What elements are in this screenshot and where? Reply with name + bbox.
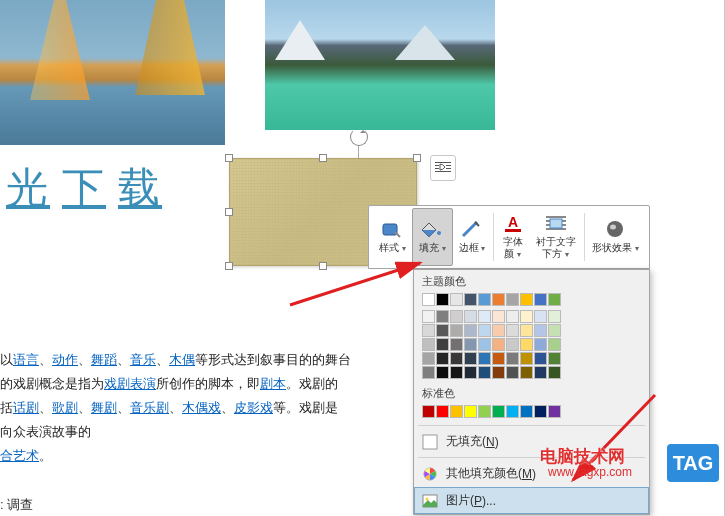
link[interactable]: 皮影戏 (234, 400, 273, 415)
color-swatch[interactable] (534, 338, 547, 351)
resize-handle[interactable] (225, 208, 233, 216)
color-swatch[interactable] (436, 310, 449, 323)
color-swatch[interactable] (492, 338, 505, 351)
standard-color-row (422, 405, 641, 418)
color-swatch[interactable] (520, 366, 533, 379)
color-swatch[interactable] (464, 338, 477, 351)
color-swatch[interactable] (520, 352, 533, 365)
color-swatch[interactable] (450, 352, 463, 365)
resize-handle[interactable] (225, 262, 233, 270)
color-swatch[interactable] (450, 366, 463, 379)
link[interactable]: 合艺术 (0, 448, 39, 463)
resize-handle[interactable] (319, 262, 327, 270)
color-swatch[interactable] (506, 293, 519, 306)
color-swatch[interactable] (436, 366, 449, 379)
color-swatch[interactable] (436, 293, 449, 306)
color-swatch[interactable] (478, 338, 491, 351)
color-swatch[interactable] (506, 338, 519, 351)
layout-options-button[interactable] (430, 155, 456, 181)
color-swatch[interactable] (492, 324, 505, 337)
color-swatch[interactable] (548, 338, 561, 351)
color-swatch[interactable] (478, 310, 491, 323)
color-swatch[interactable] (520, 310, 533, 323)
color-swatch[interactable] (520, 324, 533, 337)
link[interactable]: 话剧 (13, 400, 39, 415)
link[interactable]: 语言 (13, 352, 39, 367)
color-swatch[interactable] (506, 352, 519, 365)
color-swatch[interactable] (436, 338, 449, 351)
rotation-handle-icon[interactable] (350, 128, 368, 146)
resize-handle[interactable] (225, 154, 233, 162)
color-swatch[interactable] (492, 293, 505, 306)
color-swatch[interactable] (506, 310, 519, 323)
color-swatch[interactable] (436, 324, 449, 337)
color-swatch[interactable] (548, 310, 561, 323)
resize-handle[interactable] (413, 154, 421, 162)
color-swatch[interactable] (436, 352, 449, 365)
color-swatch[interactable] (492, 405, 505, 418)
font-color-button[interactable]: A 字体颜 ▾ (496, 208, 530, 266)
color-swatch[interactable] (464, 324, 477, 337)
border-button[interactable]: 边框 ▾ (453, 208, 492, 266)
color-swatch[interactable] (492, 352, 505, 365)
color-swatch[interactable] (450, 405, 463, 418)
shape-effect-button[interactable]: 形状效果 ▾ (586, 208, 645, 266)
color-swatch[interactable] (422, 293, 435, 306)
color-swatch[interactable] (422, 366, 435, 379)
color-swatch[interactable] (520, 338, 533, 351)
color-swatch[interactable] (520, 293, 533, 306)
color-swatch[interactable] (478, 405, 491, 418)
link[interactable]: 舞蹈 (91, 352, 117, 367)
fill-button[interactable]: 填充 ▾ (412, 208, 453, 266)
color-swatch[interactable] (464, 405, 477, 418)
color-swatch[interactable] (520, 405, 533, 418)
link[interactable]: 剧本 (260, 376, 286, 391)
color-swatch[interactable] (464, 352, 477, 365)
resize-handle[interactable] (319, 154, 327, 162)
color-swatch[interactable] (450, 310, 463, 323)
color-swatch[interactable] (506, 324, 519, 337)
link[interactable]: 音乐 (130, 352, 156, 367)
color-swatch[interactable] (492, 366, 505, 379)
color-swatch[interactable] (534, 366, 547, 379)
color-swatch[interactable] (464, 293, 477, 306)
color-swatch[interactable] (548, 366, 561, 379)
color-swatch[interactable] (548, 324, 561, 337)
link[interactable]: 动作 (52, 352, 78, 367)
color-swatch[interactable] (422, 310, 435, 323)
color-swatch[interactable] (492, 310, 505, 323)
text-wrap-button[interactable]: 衬于文字下方 ▾ (530, 208, 582, 266)
color-swatch[interactable] (534, 310, 547, 323)
link[interactable]: 音乐剧 (130, 400, 169, 415)
color-swatch[interactable] (534, 352, 547, 365)
link[interactable]: 木偶戏 (182, 400, 221, 415)
color-swatch[interactable] (450, 324, 463, 337)
color-swatch[interactable] (422, 352, 435, 365)
color-swatch[interactable] (478, 293, 491, 306)
color-swatch[interactable] (506, 405, 519, 418)
color-swatch[interactable] (478, 324, 491, 337)
link[interactable]: 木偶 (169, 352, 195, 367)
picture-fill-item[interactable]: 图片(P)... (414, 487, 649, 514)
link[interactable]: 歌剧 (52, 400, 78, 415)
color-swatch[interactable] (534, 324, 547, 337)
color-swatch[interactable] (548, 352, 561, 365)
color-swatch[interactable] (422, 338, 435, 351)
link[interactable]: 戏剧表演 (104, 376, 156, 391)
color-swatch[interactable] (450, 338, 463, 351)
color-swatch[interactable] (534, 293, 547, 306)
color-swatch[interactable] (478, 352, 491, 365)
style-button[interactable]: 样式 ▾ (373, 208, 412, 266)
color-swatch[interactable] (478, 366, 491, 379)
color-swatch[interactable] (450, 293, 463, 306)
link[interactable]: 舞剧 (91, 400, 117, 415)
color-swatch[interactable] (548, 405, 561, 418)
color-swatch[interactable] (464, 366, 477, 379)
color-swatch[interactable] (422, 405, 435, 418)
color-swatch[interactable] (436, 405, 449, 418)
color-swatch[interactable] (534, 405, 547, 418)
color-swatch[interactable] (422, 324, 435, 337)
color-swatch[interactable] (506, 366, 519, 379)
color-swatch[interactable] (548, 293, 561, 306)
color-swatch[interactable] (464, 310, 477, 323)
